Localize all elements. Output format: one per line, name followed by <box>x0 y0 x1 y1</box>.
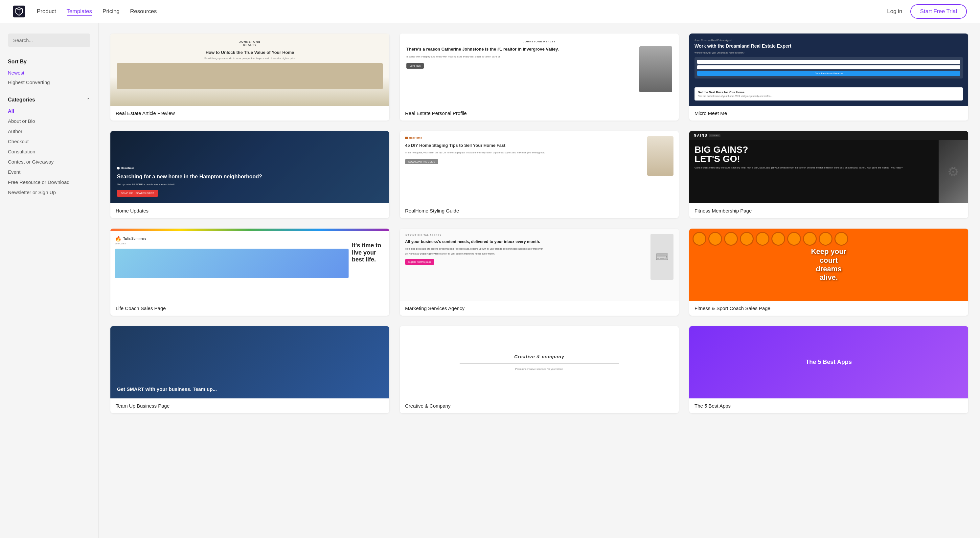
login-button[interactable]: Log in <box>887 8 902 15</box>
template-label: Micro Meet Me <box>689 106 968 121</box>
template-creative-company[interactable]: Creative & company Premium creative serv… <box>400 326 679 413</box>
template-label: Life Coach Sales Page <box>110 301 389 316</box>
template-label: Marketing Services Agency <box>400 301 679 316</box>
category-event[interactable]: Event <box>8 169 90 175</box>
nav-resources[interactable]: Resources <box>130 7 157 16</box>
template-best-apps[interactable]: The 5 Best Apps The 5 Best Apps <box>689 326 968 413</box>
template-thumb: JOHNSTONE REALTY There's a reason Cather… <box>400 33 679 106</box>
chevron-up-icon: ⌃ <box>86 97 90 103</box>
template-real-estate-article[interactable]: JOHNSTONEREALTY How to Unlock the True V… <box>110 33 389 121</box>
nav: Product Templates Pricing Resources <box>37 7 887 16</box>
template-thumb: Keep yourcourtdreamsalive. <box>689 229 968 301</box>
template-marketing-agency[interactable]: ★★★★★ digital agency All your business's… <box>400 229 679 316</box>
category-all[interactable]: All <box>8 108 90 114</box>
template-label: Real Estate Article Preview <box>110 106 389 121</box>
sort-newest[interactable]: Newest <box>8 70 90 76</box>
template-label: Real Estate Personal Profile <box>400 106 679 121</box>
main-content: JOHNSTONEREALTY How to Unlock the True V… <box>99 23 980 538</box>
categories-title: Categories <box>8 97 35 103</box>
template-label: Fitness & Sport Coach Sales Page <box>689 301 968 316</box>
template-thumb: HomeNow Searching for a new home in the … <box>110 131 389 203</box>
template-micro-meet-me[interactable]: Jane Rose — Real Estate Agent Work with … <box>689 33 968 121</box>
template-thumb: JOHNSTONEREALTY How to Unlock the True V… <box>110 33 389 106</box>
sidebar: Sort By Newest Highest Converting Catego… <box>0 23 99 538</box>
category-about-or-bio[interactable]: About or Bio <box>8 118 90 124</box>
template-label: Home Updates <box>110 203 389 218</box>
sort-title: Sort By <box>8 59 90 65</box>
category-author[interactable]: Author <box>8 129 90 134</box>
template-thumb: GAINS FITNESS BIG GAINS?LET'S GO! Gains … <box>689 131 968 203</box>
template-label: Fitness Membership Page <box>689 203 968 218</box>
category-consultation[interactable]: Consultation <box>8 149 90 154</box>
template-thumb: ★★★★★ digital agency All your business's… <box>400 229 679 301</box>
nav-product[interactable]: Product <box>37 7 56 16</box>
header: Product Templates Pricing Resources Log … <box>0 0 980 23</box>
template-fitness-membership[interactable]: GAINS FITNESS BIG GAINS?LET'S GO! Gains … <box>689 131 968 218</box>
template-label: The 5 Best Apps <box>689 398 968 413</box>
sort-highest-converting[interactable]: Highest Converting <box>8 79 90 85</box>
template-thumb: 🔥 Talia Summers Life Coach It's time to … <box>110 229 389 301</box>
nav-templates[interactable]: Templates <box>67 7 92 16</box>
category-newsletter[interactable]: Newsletter or Sign Up <box>8 189 90 195</box>
categories-header[interactable]: Categories ⌃ <box>8 97 90 103</box>
sort-section: Sort By Newest Highest Converting <box>8 59 90 85</box>
template-thumb: The 5 Best Apps <box>689 326 968 398</box>
trial-button[interactable]: Start Free Trial <box>910 4 967 19</box>
template-thumb: Get SMART with your business. Team up... <box>110 326 389 398</box>
template-real-estate-profile[interactable]: JOHNSTONE REALTY There's a reason Cather… <box>400 33 679 121</box>
template-fitness-sport[interactable]: Keep yourcourtdreamsalive. Fitness & Spo… <box>689 229 968 316</box>
templates-grid: JOHNSTONEREALTY How to Unlock the True V… <box>110 33 968 413</box>
category-contest-or-giveaway[interactable]: Contest or Giveaway <box>8 159 90 165</box>
template-thumb: RealHome 45 DIY Home Staging Tips to Sel… <box>400 131 679 203</box>
template-label: Creative & Company <box>400 398 679 413</box>
nav-pricing[interactable]: Pricing <box>102 7 119 16</box>
template-team-up[interactable]: Get SMART with your business. Team up...… <box>110 326 389 413</box>
template-home-updates[interactable]: HomeNow Searching for a new home in the … <box>110 131 389 218</box>
template-label: Team Up Business Page <box>110 398 389 413</box>
search-input[interactable] <box>8 33 90 47</box>
logo[interactable] <box>13 6 25 17</box>
template-life-coach[interactable]: 🔥 Talia Summers Life Coach It's time to … <box>110 229 389 316</box>
category-checkout[interactable]: Checkout <box>8 139 90 144</box>
page-layout: Sort By Newest Highest Converting Catego… <box>0 23 980 538</box>
template-thumb: Creative & company Premium creative serv… <box>400 326 679 398</box>
template-realhome-styling[interactable]: RealHome 45 DIY Home Staging Tips to Sel… <box>400 131 679 218</box>
category-free-resource[interactable]: Free Resource or Download <box>8 179 90 185</box>
template-thumb: Jane Rose — Real Estate Agent Work with … <box>689 33 968 106</box>
template-label: RealHome Styling Guide <box>400 203 679 218</box>
header-actions: Log in Start Free Trial <box>887 4 967 19</box>
